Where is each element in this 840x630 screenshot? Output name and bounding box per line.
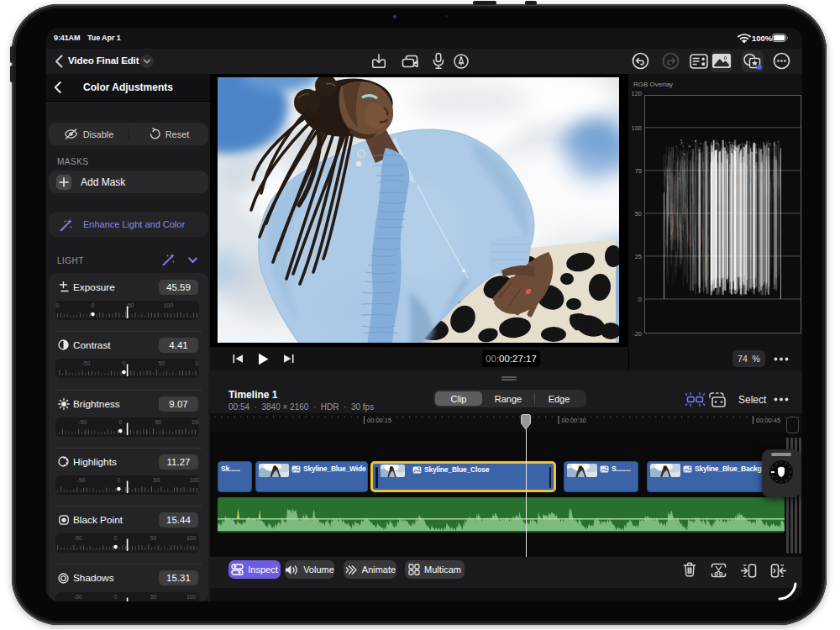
svg-text:00:00:45: 00:00:45 [756, 417, 780, 424]
svg-text:100: 100 [164, 302, 174, 308]
svg-text:50: 50 [159, 360, 165, 366]
svg-text:100: 100 [192, 419, 199, 425]
svg-text:50: 50 [155, 419, 162, 425]
svg-text:0: 0 [114, 594, 118, 600]
svg-text:100: 100 [186, 535, 197, 541]
svg-text:00:00:30: 00:00:30 [562, 417, 586, 424]
svg-text:-50: -50 [74, 594, 82, 600]
svg-text:50: 50 [128, 302, 134, 308]
svg-text:-50: -50 [82, 360, 91, 366]
svg-text:50: 50 [150, 535, 157, 541]
svg-text:0: 0 [92, 302, 95, 308]
svg-text:-50: -50 [76, 477, 85, 483]
svg-text:-50: -50 [78, 419, 87, 425]
svg-text:-50: -50 [74, 535, 82, 541]
svg-text:0: 0 [114, 535, 118, 541]
svg-text:0: 0 [118, 477, 121, 483]
svg-text:100: 100 [186, 594, 197, 600]
svg-text:50: 50 [150, 594, 157, 600]
svg-text:-50: -50 [55, 302, 60, 308]
svg-text:100: 100 [190, 477, 199, 483]
svg-text:00:00:15: 00:00:15 [367, 417, 391, 424]
svg-text:0: 0 [118, 419, 122, 425]
svg-text:50: 50 [154, 477, 160, 483]
svg-text:100: 100 [195, 360, 199, 366]
svg-text:0: 0 [123, 360, 126, 366]
